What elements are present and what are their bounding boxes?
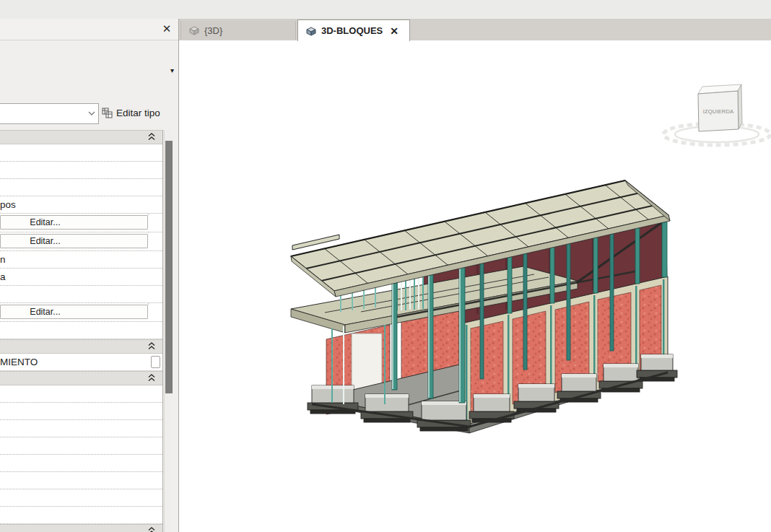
section-header[interactable] bbox=[0, 524, 162, 532]
property-row[interactable] bbox=[0, 472, 162, 489]
properties-panel-titlebar[interactable]: ✕ bbox=[0, 19, 178, 40]
view-tab-bar: {3D} 3D-BLOQUES ✕ bbox=[179, 19, 771, 41]
edit-type-icon bbox=[102, 108, 113, 118]
properties-grid: pos Editar... Editar... n a Editar... MI… bbox=[0, 130, 163, 532]
property-row[interactable]: Editar... bbox=[0, 305, 162, 322]
3d-canvas[interactable]: IZQUIERDA bbox=[179, 40, 771, 532]
property-row[interactable]: n bbox=[0, 251, 162, 269]
scrollbar-thumb[interactable] bbox=[165, 141, 173, 393]
editar-tipo-label: Editar tipo bbox=[116, 108, 160, 118]
section-header[interactable] bbox=[0, 130, 162, 144]
property-value-fragment: n bbox=[0, 251, 162, 268]
viewcube[interactable]: IZQUIERDA bbox=[663, 84, 770, 145]
panel-close-icon[interactable]: ✕ bbox=[160, 22, 173, 35]
window-top-strip bbox=[0, 0, 771, 19]
tab-close-icon[interactable]: ✕ bbox=[387, 25, 398, 37]
collapse-chevron-icon bbox=[148, 342, 155, 350]
footing bbox=[637, 354, 677, 381]
collapse-chevron-icon bbox=[148, 527, 155, 532]
viewcube-front-label: IZQUIERDA bbox=[703, 108, 734, 115]
3d-view-icon bbox=[305, 26, 317, 36]
collapse-chevron-icon bbox=[148, 374, 155, 382]
property-value-fragment: pos bbox=[0, 196, 162, 213]
property-row[interactable] bbox=[0, 162, 162, 179]
type-selector-combobox[interactable] bbox=[0, 103, 99, 124]
editar-button[interactable]: Editar... bbox=[0, 215, 148, 230]
property-row[interactable]: Editar... bbox=[0, 215, 162, 232]
property-row[interactable] bbox=[0, 437, 162, 455]
property-row[interactable] bbox=[0, 489, 162, 507]
property-value-fragment: MIENTO bbox=[0, 354, 162, 370]
section-header[interactable] bbox=[0, 371, 162, 385]
property-row[interactable] bbox=[0, 286, 162, 303]
property-row[interactable]: MIENTO bbox=[0, 354, 162, 371]
property-row[interactable]: Editar... bbox=[0, 234, 162, 251]
property-row[interactable] bbox=[0, 403, 162, 420]
section-header[interactable] bbox=[0, 339, 162, 354]
footing bbox=[469, 394, 514, 422]
footing bbox=[557, 374, 601, 402]
property-row[interactable] bbox=[0, 455, 162, 472]
property-row[interactable] bbox=[0, 144, 162, 162]
collapse-chevron-icon bbox=[148, 133, 155, 141]
property-row[interactable]: a bbox=[0, 269, 162, 286]
property-row[interactable] bbox=[0, 385, 162, 403]
browse-button[interactable] bbox=[151, 356, 160, 368]
property-row[interactable]: pos bbox=[0, 196, 162, 214]
editar-button[interactable]: Editar... bbox=[0, 305, 148, 319]
chevron-down-icon bbox=[87, 109, 96, 118]
property-row[interactable] bbox=[0, 179, 162, 196]
tab-3d-default[interactable]: {3D} bbox=[180, 21, 296, 40]
property-value-fragment: a bbox=[0, 269, 162, 285]
tab-label: 3D-BLOQUES bbox=[321, 25, 383, 36]
property-row[interactable] bbox=[0, 420, 162, 437]
properties-scrollbar[interactable] bbox=[164, 130, 173, 532]
tab-label: {3D} bbox=[204, 25, 222, 36]
3d-view-icon bbox=[188, 25, 200, 35]
footing bbox=[599, 364, 642, 392]
editar-tipo-button[interactable]: Editar tipo bbox=[102, 103, 160, 123]
properties-panel: ✕ ▾ Editar tipo pos Editar... Editar... … bbox=[0, 19, 179, 532]
properties-filter-dropdown-icon[interactable]: ▾ bbox=[170, 66, 174, 74]
property-row[interactable] bbox=[0, 507, 162, 524]
property-row[interactable] bbox=[0, 322, 162, 339]
tab-3d-bloques[interactable]: 3D-BLOQUES ✕ bbox=[297, 19, 410, 41]
editar-button[interactable]: Editar... bbox=[0, 234, 148, 248]
3d-model[interactable]: IZQUIERDA bbox=[179, 40, 771, 532]
